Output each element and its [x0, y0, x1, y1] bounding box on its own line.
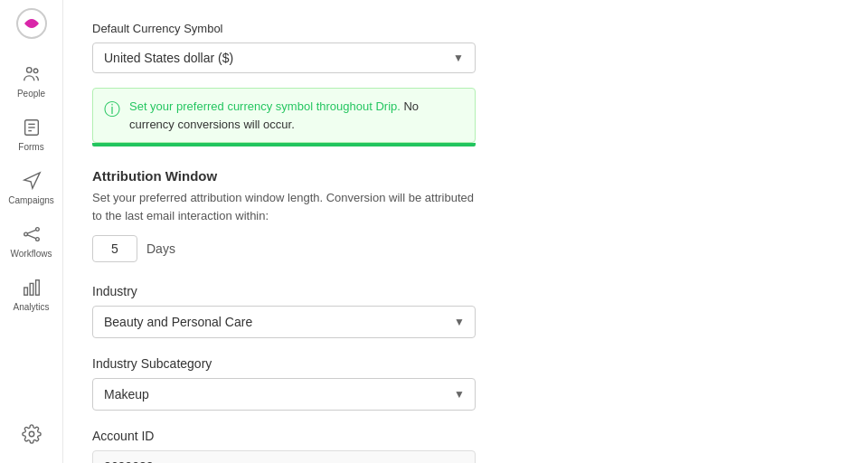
sidebar-item-people[interactable]: People	[0, 54, 62, 108]
industry-sub-label: Industry Subcategory	[92, 356, 839, 371]
svg-point-8	[35, 228, 39, 232]
svg-rect-13	[30, 283, 33, 295]
people-icon	[21, 63, 42, 85]
industry-label: Industry	[92, 284, 839, 298]
account-id-input	[92, 450, 476, 463]
sidebar-item-settings[interactable]	[0, 414, 62, 454]
sidebar-item-workflows[interactable]: Workflows	[0, 214, 62, 268]
campaigns-icon	[21, 170, 42, 192]
sidebar-item-analytics[interactable]: Analytics	[0, 268, 62, 321]
industry-sub-select-wrapper: Makeup ▼	[92, 378, 476, 411]
sidebar-item-forms-label: Forms	[18, 142, 43, 152]
info-circle-icon: ⓘ	[104, 99, 120, 120]
attribution-section: Attribution Window Set your preferred at…	[92, 168, 839, 262]
industry-section: Industry Beauty and Personal Care ▼	[92, 284, 839, 338]
currency-info-box: ⓘ Set your preferred currency symbol thr…	[92, 88, 476, 143]
svg-point-7	[24, 232, 27, 236]
industry-select-wrapper: Beauty and Personal Care ▼	[92, 306, 476, 338]
currency-label: Default Currency Symbol	[92, 22, 839, 35]
sidebar-item-campaigns-label: Campaigns	[8, 195, 54, 205]
attribution-days-row: Days	[92, 235, 839, 262]
svg-point-9	[35, 238, 39, 241]
svg-rect-12	[24, 288, 27, 295]
currency-selected: United States dollar ($)	[104, 51, 233, 65]
svg-rect-14	[35, 280, 39, 296]
account-section: Account ID	[92, 429, 839, 463]
settings-icon	[21, 423, 42, 445]
main-content: Default Currency Symbol United States do…	[63, 0, 868, 463]
currency-dropdown[interactable]: United States dollar ($) ▼	[92, 43, 476, 73]
sidebar-item-analytics-label: Analytics	[13, 302, 49, 312]
attribution-days-label: Days	[146, 241, 175, 256]
green-progress-bar	[92, 143, 476, 146]
analytics-icon	[21, 277, 42, 298]
industry-selected: Beauty and Personal Care	[104, 315, 252, 329]
currency-info-link[interactable]: Set your preferred currency symbol throu…	[129, 99, 401, 113]
sidebar-item-people-label: People	[17, 89, 45, 99]
account-label: Account ID	[92, 429, 839, 443]
currency-info-text: Set your preferred currency symbol throu…	[129, 98, 464, 133]
svg-point-15	[29, 431, 34, 437]
industry-dropdown[interactable]: Beauty and Personal Care	[92, 306, 476, 338]
forms-icon	[21, 117, 42, 138]
chevron-down-icon: ▼	[453, 52, 464, 64]
industry-sub-dropdown[interactable]: Makeup	[92, 378, 476, 411]
industry-sub-selected: Makeup	[104, 387, 149, 402]
logo	[15, 7, 48, 40]
attribution-title: Attribution Window	[92, 168, 839, 184]
sidebar: People Forms Campaigns Workflows Analyti…	[0, 0, 63, 463]
svg-point-1	[26, 68, 32, 73]
svg-point-2	[33, 69, 38, 73]
attribution-days-input[interactable]	[92, 235, 137, 262]
attribution-description: Set your preferred attribution window le…	[92, 189, 481, 224]
sidebar-item-forms[interactable]: Forms	[0, 108, 62, 161]
sidebar-item-campaigns[interactable]: Campaigns	[0, 161, 62, 214]
industry-subcategory-section: Industry Subcategory Makeup ▼	[92, 356, 839, 411]
currency-dropdown-wrapper: United States dollar ($) ▼	[92, 43, 839, 73]
svg-line-11	[27, 235, 35, 239]
svg-line-10	[27, 230, 35, 233]
sidebar-item-workflows-label: Workflows	[11, 249, 52, 259]
workflows-icon	[21, 223, 42, 245]
